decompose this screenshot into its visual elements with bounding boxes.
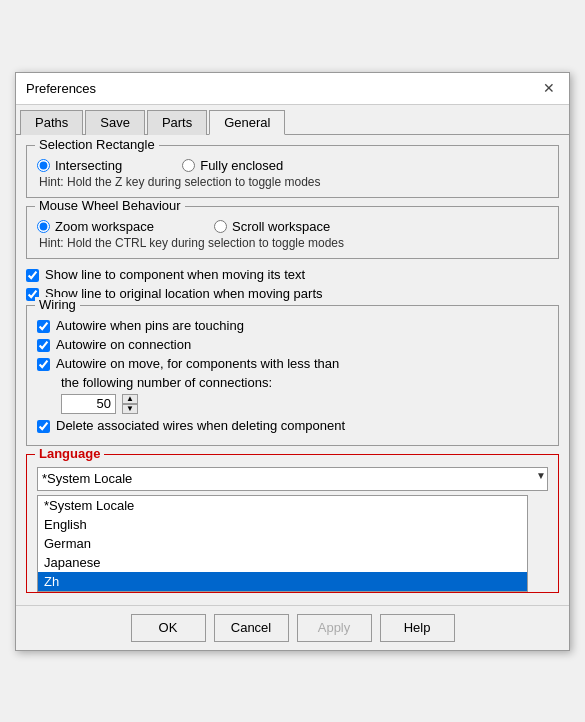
wiring-group: Wiring Autowire when pins are touching A… (26, 305, 559, 446)
close-button[interactable]: ✕ (539, 78, 559, 98)
zoom-workspace-label: Zoom workspace (55, 219, 154, 234)
help-button[interactable]: Help (380, 614, 455, 642)
spinner-down-button[interactable]: ▼ (122, 404, 138, 414)
language-select[interactable]: *System Locale English German Japanese Z… (37, 467, 548, 491)
scroll-workspace-option[interactable]: Scroll workspace (214, 219, 330, 234)
tab-parts[interactable]: Parts (147, 110, 207, 135)
spinner-row: 50 ▲ ▼ (61, 394, 548, 414)
zoom-workspace-radio[interactable] (37, 220, 50, 233)
language-option-zh[interactable]: Zh (38, 572, 527, 591)
connections-spinner-input[interactable]: 50 (61, 394, 116, 414)
language-dropdown-list: *System Locale English German Japanese Z… (37, 495, 528, 592)
language-group-label: Language (35, 446, 104, 461)
autowire-touching-label: Autowire when pins are touching (56, 318, 244, 333)
dialog-title: Preferences (26, 81, 96, 96)
fully-enclosed-label: Fully enclosed (200, 158, 283, 173)
show-line-location-label: Show line to original location when movi… (45, 286, 323, 301)
autowire-touching-row: Autowire when pins are touching (37, 318, 548, 333)
fully-enclosed-option[interactable]: Fully enclosed (182, 158, 283, 173)
mouse-wheel-radio-group: Zoom workspace Scroll workspace (37, 219, 548, 234)
selection-rectangle-group: Selection Rectangle Intersecting Fully e… (26, 145, 559, 198)
tab-paths[interactable]: Paths (20, 110, 83, 135)
selection-radio-group: Intersecting Fully enclosed (37, 158, 548, 173)
zoom-workspace-option[interactable]: Zoom workspace (37, 219, 154, 234)
delete-wires-label: Delete associated wires when deleting co… (56, 418, 345, 433)
autowire-move-checkbox[interactable] (37, 358, 50, 371)
intersecting-radio[interactable] (37, 159, 50, 172)
wiring-label: Wiring (35, 297, 80, 312)
content-area: Selection Rectangle Intersecting Fully e… (16, 135, 569, 605)
intersecting-option[interactable]: Intersecting (37, 158, 122, 173)
language-option-german[interactable]: German (38, 534, 527, 553)
title-bar: Preferences ✕ (16, 73, 569, 105)
intersecting-label: Intersecting (55, 158, 122, 173)
language-dropdown-container: *System Locale English German Japanese Z… (37, 467, 548, 491)
tab-bar: Paths Save Parts General (16, 105, 569, 135)
language-option-system[interactable]: *System Locale (38, 496, 527, 515)
delete-wires-row: Delete associated wires when deleting co… (37, 418, 548, 433)
show-line-component-row: Show line to component when moving its t… (26, 267, 559, 282)
autowire-move-label: Autowire on move, for components with le… (56, 356, 339, 371)
selection-rectangle-label: Selection Rectangle (35, 137, 159, 152)
autowire-connection-checkbox[interactable] (37, 339, 50, 352)
autowire-move-row: Autowire on move, for components with le… (37, 356, 548, 371)
show-line-location-row: Show line to original location when movi… (26, 286, 559, 301)
apply-button[interactable]: Apply (297, 614, 372, 642)
delete-wires-checkbox[interactable] (37, 420, 50, 433)
scroll-workspace-label: Scroll workspace (232, 219, 330, 234)
selection-hint: Hint: Hold the Z key during selection to… (39, 175, 548, 189)
preferences-dialog: Preferences ✕ Paths Save Parts General S… (15, 72, 570, 651)
button-row: OK Cancel Apply Help (16, 605, 569, 650)
mouse-wheel-hint: Hint: Hold the CTRL key during selection… (39, 236, 548, 250)
scroll-workspace-radio[interactable] (214, 220, 227, 233)
tab-general[interactable]: General (209, 110, 285, 135)
show-line-component-label: Show line to component when moving its t… (45, 267, 305, 282)
ok-button[interactable]: OK (131, 614, 206, 642)
mouse-wheel-group: Mouse Wheel Behaviour Zoom workspace Scr… (26, 206, 559, 259)
spinner-up-button[interactable]: ▲ (122, 394, 138, 404)
autowire-touching-checkbox[interactable] (37, 320, 50, 333)
fully-enclosed-radio[interactable] (182, 159, 195, 172)
tab-save[interactable]: Save (85, 110, 145, 135)
language-option-japanese[interactable]: Japanese (38, 553, 527, 572)
mouse-wheel-label: Mouse Wheel Behaviour (35, 198, 185, 213)
language-option-english[interactable]: English (38, 515, 527, 534)
spinner-buttons: ▲ ▼ (122, 394, 138, 414)
autowire-connection-label: Autowire on connection (56, 337, 191, 352)
autowire-connection-row: Autowire on connection (37, 337, 548, 352)
show-line-component-checkbox[interactable] (26, 269, 39, 282)
cancel-button[interactable]: Cancel (214, 614, 289, 642)
language-group: Language *System Locale English German J… (26, 454, 559, 593)
connections-label: the following number of connections: (61, 375, 548, 390)
